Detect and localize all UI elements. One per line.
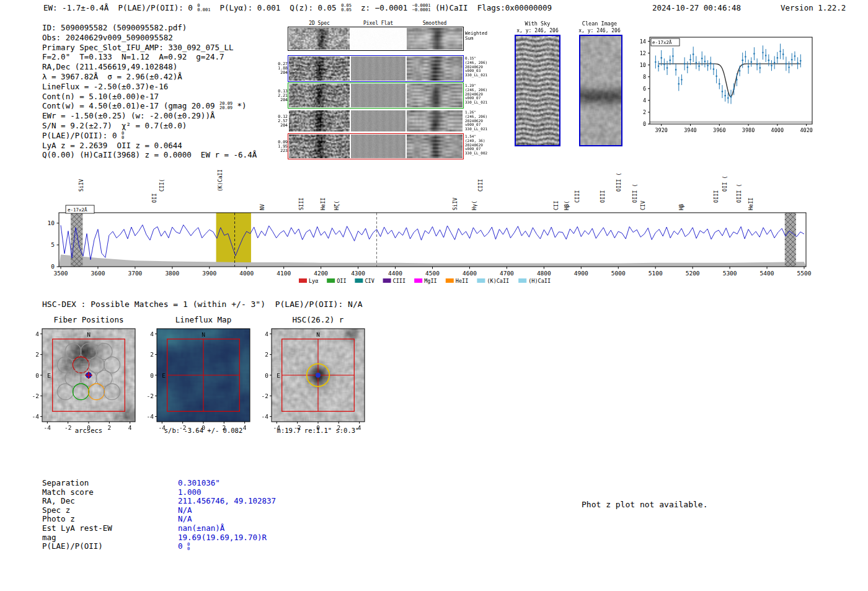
emission-line-label: SiIV [452,198,458,210]
row-value: nan(±nan)Å [178,524,224,533]
legend-label: CIV [365,278,374,284]
spec2d-row-left-stats: 0.12 2.57 204 [273,115,288,128]
row-value: 0 00 [178,542,190,551]
hsc-cutout-title: HSC(26.2) r [272,315,365,324]
emission-line-label: CIV [640,201,646,210]
col-header-smoothed: Smoothed [407,20,463,26]
clean-xy: x, y: 246, 206 [571,28,628,33]
detection-info-block: ID: 5090095582 (5090095582.pdf)Obs: 2024… [42,23,257,160]
svg-text:2: 2 [35,351,39,358]
z-error-stack: −0.0001−0.0001 [412,4,431,12]
withsky-image-frame [515,35,560,146]
report-datetime: 2024-10-27 00:46:48 [652,3,741,12]
withsky-xy: x, y: 246, 206 [509,28,566,33]
summary-plya-qz: P(Lyα): 0.001 Q(z): 0.05 [210,3,341,12]
table-row: mag19.69(19.69,19.70)R [42,533,276,543]
clean-image-frame [579,35,622,146]
info-line: EWr = -1.50(±0.25) (w: -2.00(±0.29))Å [42,111,257,121]
svg-text:4400: 4400 [388,270,402,277]
plae-value: 0 [178,542,187,551]
emission-line-label: OIII ( [616,172,622,192]
cutout-image-fibers [42,329,135,422]
svg-text:4: 4 [265,331,268,337]
svg-text:4700: 4700 [500,270,514,277]
table-row: Separation0.301036" [42,479,276,488]
sub-value: −0.0001 [412,8,431,12]
emission-line-label: CIII [477,179,484,192]
svg-text:4200: 4200 [314,270,328,277]
legend-label: Lyα [309,278,318,284]
svg-text:5200: 5200 [686,270,700,277]
legend-label: (K)CaII [487,278,509,284]
fiber-positions-xlabel: arcsecs [30,427,148,434]
spec2d-row-right-annotation: 1.29" (246, 206) 20240629 v009_07 330_LL… [465,84,487,105]
svg-text:4800: 4800 [537,270,551,277]
col-header-2dspec: 2D Spec [289,20,350,26]
info-line: F=2.0" T=0.133 N=1.12 A=0.92 g=24.7 [42,52,257,62]
svg-text:5000: 5000 [611,270,626,277]
svg-text:-4: -4 [32,413,40,420]
emission-line-label: HeII [320,198,326,210]
svg-text:10: 10 [48,220,55,226]
svg-text:-2: -2 [262,393,268,399]
svg-text:4300: 4300 [351,270,365,277]
svg-text:4000: 4000 [771,127,784,133]
row-value: 0.301036" [178,479,220,488]
svg-text:5: 5 [51,241,55,248]
error-stack: 20.0920.09 [219,102,232,110]
svg-text:2: 2 [265,351,268,358]
header-right: 2024-10-27 00:46:48 Version 1.22.2 [652,3,846,12]
report-version: Version 1.22.2 [781,3,846,12]
row-label: mag [42,533,178,543]
emission-line-label: OIII [600,190,606,203]
svg-text:-4: -4 [147,413,154,420]
row-value: N/A [178,515,192,524]
svg-text:e-17x2Å: e-17x2Å [68,207,87,213]
info-line: Primary Spec_Slot_IFU_AMP: 330_092_075_L… [42,43,257,53]
emission-line-label: SiIV [78,179,84,192]
emission-line-label: NV [259,204,265,210]
lineflux-map-title: Lineflux Map [157,315,250,324]
info-line: Cont(w) = 4.50(±0.01)e-17 (gmag 20.09 20… [42,101,257,111]
svg-text:4600: 4600 [463,270,477,277]
info-line: Obs: 20240629v009_5090095582 [42,33,257,43]
summary-class-flags: (H)CaII Flags:0x00000009 [430,3,552,12]
emission-line-label: OIII ( [736,184,742,203]
emission-line-label: CII( [159,179,165,192]
info-line: S/N = 9.2(±2.7) χ² = 0.7(±0.0) [42,121,257,131]
svg-text:3700: 3700 [128,270,142,277]
info-line: RA,Dec (211.456619,49.102848) [42,62,257,72]
emission-line-label: SIII [298,198,304,210]
match-table: Separation0.301036" Match score1.000 RA,… [42,479,276,551]
elixer-report: EW: -1.7±-0.4Å P(LAE)/P(OII): 0 00.001 P… [0,0,868,591]
hsc-xlabel: m:19.7 re:1.1" s:0.3" [259,427,377,434]
spec2d-row4-seg2-image [351,110,405,131]
svg-text:4100: 4100 [277,270,291,277]
svg-text:2: 2 [150,351,154,358]
svg-text:4: 4 [643,97,646,104]
withsky-title: With Sky [515,20,560,27]
info-line: LyA z = 2.2639 OII z = 0.0644 [42,141,257,151]
fiber-positions-title: Fiber Positions [42,315,135,324]
svg-text:-4: -4 [262,413,269,420]
spec2d-row3-seg2-image [351,84,405,107]
summary-header: EW: -1.7±-0.4Å P(LAE)/P(OII): 0 00.001 P… [43,3,552,12]
row-value: N/A [178,506,192,515]
info-line: Cont(n) = 5.10(±0.00)e-17 [42,92,257,102]
svg-text:4: 4 [150,331,154,337]
svg-text:4900: 4900 [574,270,588,277]
emission-line-label: CII [553,201,559,210]
plae-error-stack: 00 [187,543,190,551]
svg-text:4: 4 [35,331,39,337]
svg-text:10: 10 [640,62,646,68]
row-label: Photo z [42,515,178,524]
svg-text:0: 0 [51,263,55,270]
svg-text:0: 0 [35,372,39,379]
emission-line-label: Hβ [678,204,684,210]
full-spectrum-plot: 3500360037003800390040004100420043004400… [0,166,868,300]
spec2d-row-left-stats: 0.09 1.95 223 [273,140,288,153]
lineflux-xlabel: s/b: -3.64 +/- 0.082 [144,427,262,434]
hsc-dex-line: HSC-DEX : Possible Matches = 1 (within +… [42,300,363,309]
row-label: Spec z [42,506,178,515]
spec2d-row1-seg2-image [351,28,405,50]
